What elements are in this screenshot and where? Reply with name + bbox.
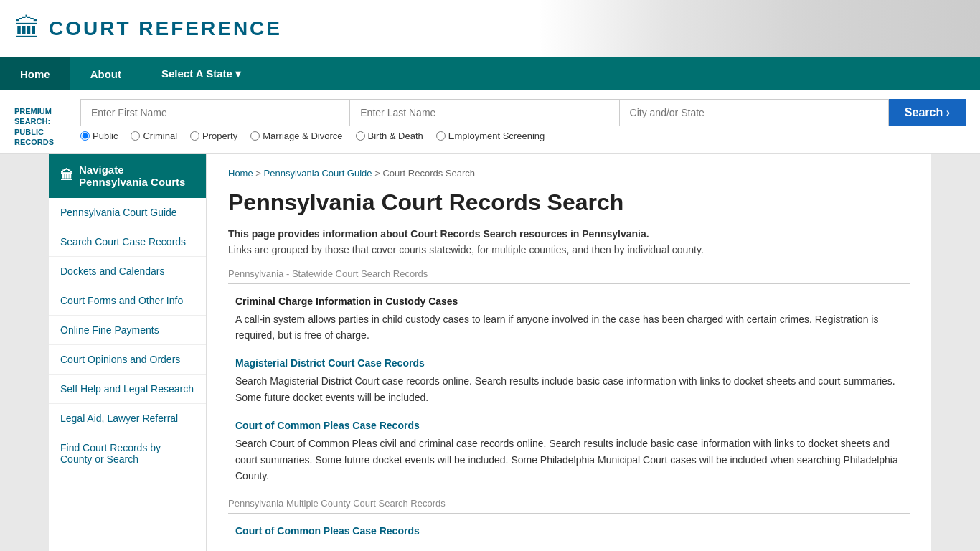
radio-public[interactable]: Public [80,131,118,141]
radio-marriage[interactable]: Marriage & Divorce [250,131,342,141]
sidebar-item-pa-court-guide[interactable]: Pennsylvania Court Guide [49,198,206,227]
header-background [539,0,980,57]
record-link-multi-county[interactable]: Court of Common Pleas Case Records [235,525,910,537]
sidebar-active-label: Navigate Pennsylvania Courts [79,164,194,188]
navbar: Home About Select A State ▾ [0,57,980,90]
sidebar-item-self-help[interactable]: Self Help and Legal Research [49,375,206,404]
sidebar: 🏛 Navigate Pennsylvania Courts Pennsylva… [49,154,207,551]
courthouse-icon: 🏛 [60,169,73,184]
radio-property[interactable]: Property [190,131,237,141]
last-name-input[interactable] [349,99,618,126]
nav-about[interactable]: About [70,57,141,90]
radio-employment[interactable]: Employment Screening [436,131,545,141]
section-divider-2 [228,513,910,514]
breadcrumb-current: Court Records Search [382,168,475,179]
search-button[interactable]: Search › [889,99,966,126]
breadcrumb-guide[interactable]: Pennsylvania Court Guide [264,168,372,179]
logo-text: COURT REFERENCE [49,17,282,40]
sidebar-item-dockets[interactable]: Dockets and Calendars [49,257,206,286]
search-bar: PREMIUM SEARCH: PUBLIC RECORDS Search › … [0,90,980,154]
page-header: 🏛 COURT REFERENCE [0,0,980,57]
page-title: Pennsylvania Court Records Search [228,189,910,216]
breadcrumb: Home > Pennsylvania Court Guide > Court … [228,168,910,179]
multi-county-partial: Court of Common Pleas Case Records [228,525,910,537]
search-inputs-row: Search › [80,99,966,126]
radio-birth[interactable]: Birth & Death [356,131,423,141]
record-entry-custody: Criminal Charge Information in Custody C… [228,296,910,344]
record-link-common-pleas[interactable]: Court of Common Pleas Case Records [235,420,910,431]
radio-criminal[interactable]: Criminal [131,131,177,141]
search-label: PREMIUM SEARCH: PUBLIC RECORDS [14,99,72,147]
record-entry-magisterial: Magisterial District Court Case Records … [228,357,910,405]
radio-row: Public Criminal Property Marriage & Divo… [80,131,966,141]
sidebar-active-item[interactable]: 🏛 Navigate Pennsylvania Courts [49,154,206,198]
sidebar-item-fine-payments[interactable]: Online Fine Payments [49,316,206,345]
sidebar-item-find-records[interactable]: Find Court Records by County or Search [49,433,206,474]
main-content: 🏛 Navigate Pennsylvania Courts Pennsylva… [49,154,931,551]
record-desc-magisterial: Search Magisterial District Court case r… [235,373,910,405]
city-state-input[interactable] [619,99,889,126]
record-link-magisterial[interactable]: Magisterial District Court Case Records [235,357,910,369]
search-inputs-wrap: Search › Public Criminal Property Marria… [80,99,966,141]
record-desc-custody: A call-in system allows parties in child… [235,311,910,344]
record-title-custody: Criminal Charge Information in Custody C… [235,296,910,307]
statewide-section: Pennsylvania - Statewide Court Search Re… [228,268,910,484]
section-divider [228,283,910,284]
content-area: Home > Pennsylvania Court Guide > Court … [207,154,931,551]
nav-home[interactable]: Home [0,57,70,90]
multi-county-header: Pennsylvania Multiple County Court Searc… [228,498,910,509]
nav-select-state[interactable]: Select A State ▾ [141,57,261,90]
record-desc-common-pleas: Search Court of Common Pleas civil and c… [235,435,910,484]
sidebar-item-search-case[interactable]: Search Court Case Records [49,227,206,257]
intro-text: Links are grouped by those that cover co… [228,244,910,255]
logo-icon: 🏛 [14,14,40,44]
first-name-input[interactable] [80,99,349,126]
sidebar-item-opinions[interactable]: Court Opinions and Orders [49,345,206,375]
multi-county-section: Pennsylvania Multiple County Court Searc… [228,498,910,537]
statewide-header: Pennsylvania - Statewide Court Search Re… [228,268,910,279]
sidebar-item-legal-aid[interactable]: Legal Aid, Lawyer Referral [49,404,206,433]
record-entry-common-pleas: Court of Common Pleas Case Records Searc… [228,420,910,484]
logo-area: 🏛 COURT REFERENCE [14,14,282,44]
sidebar-item-court-forms[interactable]: Court Forms and Other Info [49,286,206,316]
breadcrumb-home[interactable]: Home [228,168,253,179]
intro-bold: This page provides information about Cou… [228,228,910,240]
